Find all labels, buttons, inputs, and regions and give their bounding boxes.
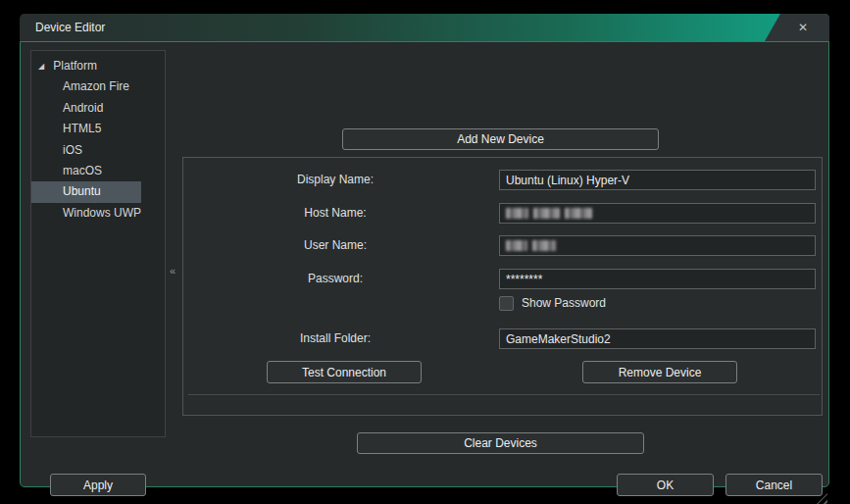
device-form-panel: Display Name: Host Name: User Name: <box>182 157 823 416</box>
user-name-input[interactable] <box>499 235 816 256</box>
display-name-label: Display Name: <box>183 170 487 190</box>
show-password-row: Show Password <box>499 295 606 311</box>
password-row: Password: <box>183 269 822 289</box>
install-folder-row: Install Folder: <box>183 328 822 349</box>
tree-expanded-icon[interactable]: ◢ <box>38 56 50 76</box>
host-name-label: Host Name: <box>183 203 487 224</box>
device-editor-dialog: Device Editor ✕ ◢ Platform Amazon Fire A… <box>20 14 829 487</box>
tree-item-label: Ubuntu <box>63 184 101 198</box>
tree-item-label: Android <box>63 101 103 115</box>
redacted-value <box>565 208 592 219</box>
tree-list: ◢ Platform Amazon Fire Android HTML5 iOS… <box>31 51 165 224</box>
tree-item-windows-uwp[interactable]: Windows UWP <box>31 203 165 224</box>
clear-devices-button[interactable]: Clear Devices <box>357 432 644 454</box>
platform-tree: ◢ Platform Amazon Fire Android HTML5 iOS… <box>30 50 166 437</box>
user-name-row: User Name: <box>183 235 822 256</box>
tree-item-platform[interactable]: ◢ Platform <box>31 56 165 76</box>
tree-item-label: Windows UWP <box>63 206 141 220</box>
redacted-value <box>532 240 556 251</box>
window-title: Device Editor <box>35 14 105 41</box>
user-name-label: User Name: <box>183 235 487 256</box>
display-name-row: Display Name: <box>183 170 822 190</box>
tree-item-label: Amazon Fire <box>63 79 129 93</box>
password-label: Password: <box>183 269 487 289</box>
dialog-body: ◢ Platform Amazon Fire Android HTML5 iOS… <box>20 41 829 487</box>
sidebar-collapse-icon[interactable]: « <box>165 262 180 279</box>
cancel-button[interactable]: Cancel <box>725 474 823 496</box>
tree-item-macos[interactable]: macOS <box>31 161 165 181</box>
add-new-device-button[interactable]: Add New Device <box>342 128 659 150</box>
tree-item-amazon-fire[interactable]: Amazon Fire <box>31 76 165 97</box>
host-name-row: Host Name: <box>183 203 822 224</box>
show-password-label: Show Password <box>522 296 606 310</box>
install-folder-label: Install Folder: <box>183 328 487 349</box>
tree-item-label: Platform <box>53 59 97 73</box>
password-input[interactable] <box>499 269 816 289</box>
apply-button[interactable]: Apply <box>50 474 146 496</box>
tree-item-html5[interactable]: HTML5 <box>31 119 165 139</box>
install-folder-input[interactable] <box>499 328 816 349</box>
show-password-checkbox[interactable] <box>499 296 514 311</box>
tree-item-label: macOS <box>63 164 102 177</box>
ok-button[interactable]: OK <box>617 474 714 496</box>
tree-item-label: HTML5 <box>63 122 101 135</box>
close-icon: ✕ <box>798 14 808 41</box>
test-connection-button[interactable]: Test Connection <box>267 361 422 383</box>
display-name-input[interactable] <box>499 170 816 190</box>
redacted-value <box>506 240 527 251</box>
redacted-value <box>533 208 560 219</box>
tree-item-ios[interactable]: iOS <box>31 140 165 161</box>
panel-divider <box>188 394 820 395</box>
title-bar[interactable]: Device Editor ✕ <box>20 14 829 41</box>
close-button[interactable]: ✕ <box>765 14 829 41</box>
remove-device-button[interactable]: Remove Device <box>582 361 737 383</box>
tree-item-label: iOS <box>63 143 82 157</box>
tree-item-android[interactable]: Android <box>31 98 165 119</box>
tree-item-ubuntu[interactable]: Ubuntu <box>31 181 141 202</box>
host-name-input[interactable] <box>499 203 816 224</box>
redacted-value <box>506 208 528 219</box>
